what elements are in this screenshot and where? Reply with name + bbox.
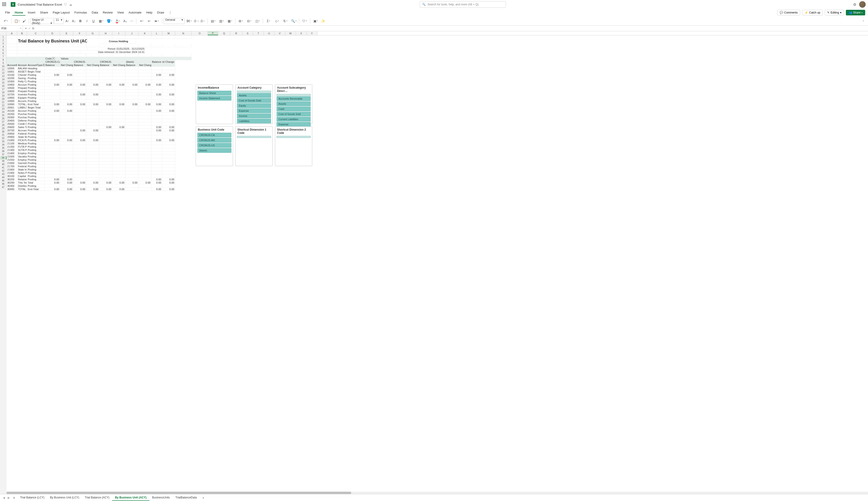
merge-button[interactable]: ⬌▾ — [153, 18, 161, 24]
italic-button[interactable]: I — [84, 18, 90, 24]
menu-page-layout[interactable]: Page Layout — [50, 10, 72, 15]
enter-formula-icon[interactable]: ✓ — [29, 27, 31, 30]
undo-button[interactable]: ↶▾ — [2, 18, 10, 24]
menu-file[interactable]: File — [3, 10, 12, 15]
autosum-button[interactable]: Σ▾ — [264, 18, 272, 24]
ribbon-collapse-button[interactable]: ▾ — [860, 18, 866, 24]
increase-decimal-button[interactable]: .0→ — [194, 18, 199, 24]
comments-button[interactable]: 💬Comments — [777, 10, 800, 15]
title-bar: X Consolidated Trial Balance Excel 🛡 ☁ 🔍… — [0, 0, 868, 9]
settings-icon[interactable]: ⚙ — [853, 2, 856, 7]
conditional-format-button[interactable]: ▤▾ — [209, 18, 217, 24]
clear-formatting-button[interactable]: Aₓ — [122, 18, 128, 24]
format-table-button[interactable]: ▥▾ — [217, 18, 225, 24]
lightning-icon: ⚡ — [805, 11, 808, 14]
align-button[interactable]: ≡▾ — [138, 18, 146, 24]
wrap-text-button[interactable]: ↩ — [146, 18, 152, 24]
menu-bar: FileHomeInsertSharePage LayoutFormulasDa… — [0, 9, 868, 16]
menu-automate[interactable]: Automate — [126, 10, 144, 15]
editing-mode-button[interactable]: ✎Editing▾ — [825, 10, 844, 15]
chevron-down-icon: ▾ — [840, 11, 842, 14]
name-box[interactable]: P38▾ — [0, 26, 23, 31]
format-cells-button[interactable]: ◫▾ — [254, 18, 262, 24]
app-launcher-icon[interactable] — [2, 2, 7, 7]
share-button[interactable]: 👥Share▾ — [846, 10, 865, 15]
insert-cells-button[interactable]: ⊞▾ — [237, 18, 245, 24]
fx-icon[interactable]: fx — [32, 27, 34, 30]
document-title[interactable]: Consolidated Trial Balance Excel — [18, 3, 62, 6]
menu-data[interactable]: Data — [89, 10, 100, 15]
cloud-save-icon[interactable]: ☁ — [69, 2, 72, 6]
formula-bar: P38▾ ✕ ✓ fx — [0, 26, 868, 31]
search-input[interactable]: 🔍 Search for tools, help, and more (Alt … — [420, 1, 506, 8]
catchup-button[interactable]: ⚡Catch up — [802, 10, 823, 15]
cell-styles-button[interactable]: ▦▾ — [226, 18, 234, 24]
font-color-button[interactable]: A▾ — [114, 18, 122, 24]
excel-logo-icon: X — [11, 2, 15, 7]
pencil-icon: ✎ — [827, 11, 829, 14]
search-placeholder: Search for tools, help, and more (Alt + … — [428, 3, 479, 6]
shrink-font-button[interactable]: A↓ — [71, 18, 77, 24]
number-format-select[interactable]: General▾ — [164, 18, 185, 24]
share-icon: 👥 — [849, 11, 852, 14]
clear-button[interactable]: ◇▾ — [273, 18, 281, 24]
format-painter-button[interactable]: 🖌 — [21, 18, 27, 24]
addins-button[interactable]: ▣▾ — [311, 18, 319, 24]
menu-share[interactable]: Share — [38, 10, 51, 15]
menu-help[interactable]: Help — [144, 10, 155, 15]
find-button[interactable]: 🔍▾ — [290, 18, 298, 24]
more-options-button[interactable]: ⋯ — [129, 18, 135, 24]
accounting-format-button[interactable]: $€▾ — [185, 18, 193, 24]
menu-insert[interactable]: Insert — [25, 10, 38, 15]
menu-formulas[interactable]: Formulas — [72, 10, 89, 15]
borders-button[interactable]: ▦▾ — [97, 18, 105, 24]
underline-button[interactable]: U — [90, 18, 97, 24]
delete-cells-button[interactable]: ⊟▾ — [245, 18, 253, 24]
menu-overflow-button[interactable]: ⋮ — [166, 10, 174, 15]
confidential-icon[interactable]: 🛡 — [64, 2, 67, 6]
grow-font-button[interactable]: A↑ — [64, 18, 70, 24]
bold-button[interactable]: B — [77, 18, 84, 24]
menu-home[interactable]: Home — [12, 10, 25, 15]
sensitivity-button[interactable]: 🛡▾ — [300, 18, 308, 24]
cancel-formula-icon[interactable]: ✕ — [25, 27, 27, 30]
menu-view[interactable]: View — [115, 10, 126, 15]
comment-icon: 💬 — [780, 11, 783, 14]
paste-button[interactable]: 📋▾ — [13, 18, 21, 24]
font-name-select[interactable]: Segoe UI (Body) ▾ — [30, 18, 54, 24]
menu-draw[interactable]: Draw — [155, 10, 166, 15]
ribbon-toolbar: ↶▾ 📋▾ 🖌 Segoe UI (Body) ▾ 11 ▾ A↑ A↓ B I… — [0, 16, 868, 26]
search-icon: 🔍 — [422, 3, 426, 6]
menu-review[interactable]: Review — [100, 10, 115, 15]
user-avatar[interactable] — [859, 1, 866, 8]
sort-filter-button[interactable]: ⇅▾ — [281, 18, 289, 24]
fill-color-button[interactable]: 🪣▾ — [105, 18, 113, 24]
decrease-decimal-button[interactable]: .0← — [200, 18, 206, 24]
copilot-button[interactable]: ✨ — [320, 18, 326, 24]
font-size-select[interactable]: 11 ▾ — [54, 18, 64, 24]
